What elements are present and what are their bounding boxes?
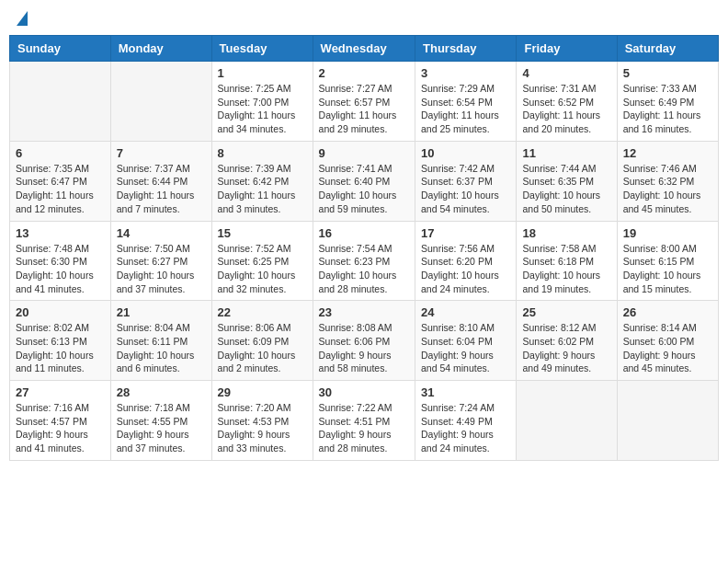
calendar-day-cell: 5Sunrise: 7:33 AM Sunset: 6:49 PM Daylig… <box>617 62 718 142</box>
calendar-body: 1Sunrise: 7:25 AM Sunset: 7:00 PM Daylig… <box>10 62 719 461</box>
calendar-day-cell: 4Sunrise: 7:31 AM Sunset: 6:52 PM Daylig… <box>517 62 617 142</box>
calendar-week-row: 13Sunrise: 7:48 AM Sunset: 6:30 PM Dayli… <box>10 221 719 301</box>
calendar-day-cell: 27Sunrise: 7:16 AM Sunset: 4:57 PM Dayli… <box>10 381 111 461</box>
calendar-day-cell: 20Sunrise: 8:02 AM Sunset: 6:13 PM Dayli… <box>10 301 111 381</box>
day-number: 29 <box>218 385 307 399</box>
weekday-header-cell: Sunday <box>10 36 111 62</box>
day-info: Sunrise: 7:54 AM Sunset: 6:23 PM Dayligh… <box>319 242 409 296</box>
day-number: 7 <box>117 146 206 160</box>
day-number: 16 <box>319 226 409 240</box>
calendar-day-cell: 26Sunrise: 8:14 AM Sunset: 6:00 PM Dayli… <box>617 301 718 381</box>
calendar-day-cell: 7Sunrise: 7:37 AM Sunset: 6:44 PM Daylig… <box>110 141 211 221</box>
calendar-day-cell: 9Sunrise: 7:41 AM Sunset: 6:40 PM Daylig… <box>313 141 415 221</box>
day-number: 22 <box>218 305 307 319</box>
calendar-day-cell: 13Sunrise: 7:48 AM Sunset: 6:30 PM Dayli… <box>10 221 111 301</box>
day-info: Sunrise: 7:42 AM Sunset: 6:37 PM Dayligh… <box>421 162 510 216</box>
calendar-day-cell: 29Sunrise: 7:20 AM Sunset: 4:53 PM Dayli… <box>211 381 313 461</box>
calendar-week-row: 20Sunrise: 8:02 AM Sunset: 6:13 PM Dayli… <box>10 301 719 381</box>
weekday-header-cell: Tuesday <box>211 36 313 62</box>
calendar-day-cell: 25Sunrise: 8:12 AM Sunset: 6:02 PM Dayli… <box>517 301 617 381</box>
day-info: Sunrise: 7:25 AM Sunset: 7:00 PM Dayligh… <box>218 82 307 136</box>
day-number: 30 <box>319 385 409 399</box>
day-number: 10 <box>421 146 510 160</box>
calendar-week-row: 27Sunrise: 7:16 AM Sunset: 4:57 PM Dayli… <box>10 381 719 461</box>
weekday-header-cell: Friday <box>517 36 617 62</box>
day-number: 27 <box>16 385 105 399</box>
day-info: Sunrise: 7:35 AM Sunset: 6:47 PM Dayligh… <box>16 162 105 216</box>
day-info: Sunrise: 7:27 AM Sunset: 6:57 PM Dayligh… <box>319 82 409 136</box>
day-number: 14 <box>117 226 206 240</box>
day-number: 19 <box>623 226 712 240</box>
logo-arrow-icon <box>17 11 28 26</box>
day-number: 3 <box>421 66 510 80</box>
calendar-day-cell: 12Sunrise: 7:46 AM Sunset: 6:32 PM Dayli… <box>617 141 718 221</box>
calendar-day-cell: 19Sunrise: 8:00 AM Sunset: 6:15 PM Dayli… <box>617 221 718 301</box>
day-info: Sunrise: 7:39 AM Sunset: 6:42 PM Dayligh… <box>218 162 307 216</box>
day-number: 11 <box>522 146 610 160</box>
day-number: 5 <box>623 66 712 80</box>
day-info: Sunrise: 7:48 AM Sunset: 6:30 PM Dayligh… <box>16 242 105 296</box>
day-info: Sunrise: 8:06 AM Sunset: 6:09 PM Dayligh… <box>218 321 307 375</box>
day-number: 25 <box>522 305 610 319</box>
calendar-day-cell: 17Sunrise: 7:56 AM Sunset: 6:20 PM Dayli… <box>415 221 517 301</box>
day-number: 4 <box>522 66 610 80</box>
page-header <box>9 9 719 26</box>
day-info: Sunrise: 7:52 AM Sunset: 6:25 PM Dayligh… <box>218 242 307 296</box>
calendar-day-cell: 23Sunrise: 8:08 AM Sunset: 6:06 PM Dayli… <box>313 301 415 381</box>
weekday-header-row: SundayMondayTuesdayWednesdayThursdayFrid… <box>10 36 719 62</box>
weekday-header-cell: Thursday <box>415 36 517 62</box>
calendar-day-cell <box>517 381 617 461</box>
day-number: 20 <box>16 305 105 319</box>
day-number: 21 <box>117 305 206 319</box>
calendar-day-cell: 10Sunrise: 7:42 AM Sunset: 6:37 PM Dayli… <box>415 141 517 221</box>
day-number: 13 <box>16 226 105 240</box>
day-number: 23 <box>319 305 409 319</box>
calendar-day-cell: 8Sunrise: 7:39 AM Sunset: 6:42 PM Daylig… <box>211 141 313 221</box>
day-info: Sunrise: 7:58 AM Sunset: 6:18 PM Dayligh… <box>522 242 610 296</box>
calendar-day-cell <box>10 62 111 142</box>
calendar-day-cell: 24Sunrise: 8:10 AM Sunset: 6:04 PM Dayli… <box>415 301 517 381</box>
calendar-day-cell: 2Sunrise: 7:27 AM Sunset: 6:57 PM Daylig… <box>313 62 415 142</box>
calendar-day-cell: 14Sunrise: 7:50 AM Sunset: 6:27 PM Dayli… <box>110 221 211 301</box>
day-info: Sunrise: 7:20 AM Sunset: 4:53 PM Dayligh… <box>218 401 307 455</box>
day-number: 26 <box>623 305 712 319</box>
day-number: 31 <box>421 385 510 399</box>
day-info: Sunrise: 8:00 AM Sunset: 6:15 PM Dayligh… <box>623 242 712 296</box>
calendar-day-cell: 6Sunrise: 7:35 AM Sunset: 6:47 PM Daylig… <box>10 141 111 221</box>
day-info: Sunrise: 7:50 AM Sunset: 6:27 PM Dayligh… <box>117 242 206 296</box>
weekday-header-cell: Wednesday <box>313 36 415 62</box>
calendar-day-cell: 21Sunrise: 8:04 AM Sunset: 6:11 PM Dayli… <box>110 301 211 381</box>
calendar-day-cell: 18Sunrise: 7:58 AM Sunset: 6:18 PM Dayli… <box>517 221 617 301</box>
logo <box>14 9 28 26</box>
calendar-day-cell: 31Sunrise: 7:24 AM Sunset: 4:49 PM Dayli… <box>415 381 517 461</box>
day-number: 28 <box>117 385 206 399</box>
day-info: Sunrise: 7:44 AM Sunset: 6:35 PM Dayligh… <box>522 162 610 216</box>
calendar-day-cell: 11Sunrise: 7:44 AM Sunset: 6:35 PM Dayli… <box>517 141 617 221</box>
day-number: 1 <box>218 66 307 80</box>
day-number: 6 <box>16 146 105 160</box>
calendar-day-cell: 16Sunrise: 7:54 AM Sunset: 6:23 PM Dayli… <box>313 221 415 301</box>
day-info: Sunrise: 7:16 AM Sunset: 4:57 PM Dayligh… <box>16 401 105 455</box>
calendar-day-cell: 30Sunrise: 7:22 AM Sunset: 4:51 PM Dayli… <box>313 381 415 461</box>
day-info: Sunrise: 8:14 AM Sunset: 6:00 PM Dayligh… <box>623 321 712 375</box>
calendar-day-cell: 3Sunrise: 7:29 AM Sunset: 6:54 PM Daylig… <box>415 62 517 142</box>
day-info: Sunrise: 7:41 AM Sunset: 6:40 PM Dayligh… <box>319 162 409 216</box>
calendar-day-cell: 1Sunrise: 7:25 AM Sunset: 7:00 PM Daylig… <box>211 62 313 142</box>
weekday-header-cell: Monday <box>110 36 211 62</box>
day-number: 18 <box>522 226 610 240</box>
day-info: Sunrise: 8:08 AM Sunset: 6:06 PM Dayligh… <box>319 321 409 375</box>
day-info: Sunrise: 8:10 AM Sunset: 6:04 PM Dayligh… <box>421 321 510 375</box>
day-info: Sunrise: 8:04 AM Sunset: 6:11 PM Dayligh… <box>117 321 206 375</box>
day-info: Sunrise: 7:56 AM Sunset: 6:20 PM Dayligh… <box>421 242 510 296</box>
day-number: 15 <box>218 226 307 240</box>
day-number: 2 <box>319 66 409 80</box>
weekday-header-cell: Saturday <box>617 36 718 62</box>
day-number: 17 <box>421 226 510 240</box>
calendar-day-cell <box>617 381 718 461</box>
day-info: Sunrise: 7:24 AM Sunset: 4:49 PM Dayligh… <box>421 401 510 455</box>
day-info: Sunrise: 7:37 AM Sunset: 6:44 PM Dayligh… <box>117 162 206 216</box>
day-info: Sunrise: 7:22 AM Sunset: 4:51 PM Dayligh… <box>319 401 409 455</box>
day-info: Sunrise: 7:31 AM Sunset: 6:52 PM Dayligh… <box>522 82 610 136</box>
calendar-day-cell: 15Sunrise: 7:52 AM Sunset: 6:25 PM Dayli… <box>211 221 313 301</box>
day-number: 8 <box>218 146 307 160</box>
